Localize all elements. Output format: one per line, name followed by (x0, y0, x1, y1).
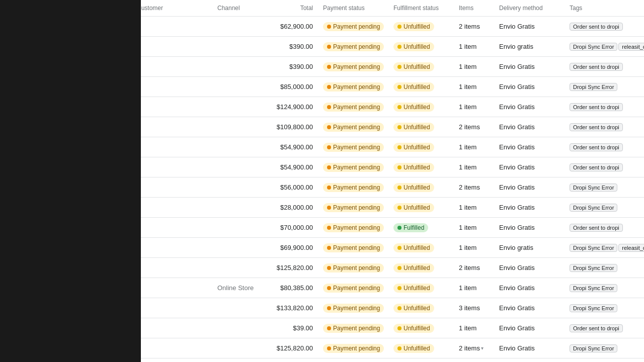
fulfillment-badge: Unfulfilled (393, 243, 434, 252)
tag[interactable]: Dropi Sync Error (570, 304, 617, 312)
tags-cell: Order sent to dropi (565, 97, 644, 117)
tags-cell: Dropi Sync Error (565, 198, 644, 218)
fulfillment-badge: Unfulfilled (393, 42, 434, 51)
tag[interactable]: Order sent to dropi (570, 103, 623, 111)
payment-badge: Payment pending (323, 143, 384, 152)
total-cell: $109,800.00 (263, 117, 318, 137)
channel-cell (212, 298, 263, 318)
items-cell: 1 item (454, 137, 494, 157)
customer-cell (132, 218, 212, 238)
tag[interactable]: releasit_cod_form (618, 43, 644, 51)
fulfillment-dot (397, 125, 401, 129)
payment-column-header[interactable]: Payment status (318, 0, 388, 17)
fulfillment-dot (397, 45, 401, 49)
total-cell: $133,820.00 (263, 298, 318, 318)
tag[interactable]: Order sent to dropi (570, 224, 623, 232)
fulfillment-status-cell: Unfulfilled (388, 37, 454, 57)
payment-dot (327, 286, 331, 290)
tag[interactable]: Dropi Sync Error (570, 43, 617, 51)
items-cell: 1 item (454, 218, 494, 238)
fulfillment-badge: Fulfilled (393, 223, 428, 232)
payment-status-cell: Payment pending (318, 258, 388, 278)
items-column-header[interactable]: Items (454, 0, 494, 17)
tag[interactable]: Dropi Sync Error (570, 83, 617, 91)
tag[interactable]: Dropi Sync Error (570, 184, 617, 192)
tag[interactable]: Dropi Sync Error (570, 344, 617, 352)
payment-status-cell: Payment pending (318, 218, 388, 238)
channel-cell (212, 358, 263, 363)
total-column-header[interactable]: Total (263, 0, 318, 17)
tag[interactable]: Order sent to dropi (570, 324, 623, 332)
channel-cell (212, 137, 263, 157)
fulfillment-status-cell: Unfulfilled (388, 298, 454, 318)
items-count: 2 items (459, 23, 480, 30)
tag[interactable]: Dropi Sync Error (570, 264, 617, 272)
items-cell: 1 item (454, 57, 494, 77)
items-cell: 1 item (454, 318, 494, 338)
fulfillment-status-cell: Unfulfilled (388, 17, 454, 37)
delivery-cell: Envio gratis (494, 37, 565, 57)
tags-column-header[interactable]: Tags (565, 0, 644, 17)
payment-dot (327, 145, 331, 149)
fulfillment-badge: Unfulfilled (393, 284, 434, 293)
payment-badge: Payment pending (323, 183, 384, 192)
tag[interactable]: Order sent to dropi (570, 23, 623, 31)
items-expand-icon[interactable]: ▾ (481, 345, 484, 351)
tag[interactable]: Dropi Sync Error (570, 284, 617, 292)
items-count: 1 item (459, 284, 476, 292)
payment-status-cell: Payment pending (318, 318, 388, 338)
delivery-cell: Envio Gratis (494, 318, 565, 338)
items-count: 1 item (459, 204, 476, 211)
tag[interactable]: Dropi Sync Error (570, 204, 617, 212)
fulfillment-badge: Unfulfilled (393, 203, 434, 212)
tag[interactable]: Order sent to dropi (570, 143, 623, 151)
items-count: 2 items (459, 264, 480, 272)
payment-dot (327, 65, 331, 69)
customer-cell (132, 57, 212, 77)
tag[interactable]: Dropi Sync Error (570, 244, 617, 252)
payment-badge: Payment pending (323, 82, 384, 92)
tags-cell: Order sent to dropi (565, 57, 644, 77)
tag[interactable]: Order sent to dropi (570, 123, 623, 131)
fulfillment-column-header[interactable]: Fulfillment status (388, 0, 454, 17)
fulfillment-dot (397, 226, 401, 230)
items-cell: 1 item (454, 278, 494, 298)
tag[interactable]: Order sent to dropi (570, 163, 623, 171)
payment-dot (327, 326, 331, 330)
tags-cell: Order sent to dropi (565, 17, 644, 37)
fulfillment-badge: Unfulfilled (393, 103, 434, 112)
payment-dot (327, 246, 331, 250)
tags-cell: Dropi Sync Error (565, 278, 644, 298)
fulfillment-dot (397, 85, 401, 89)
customer-cell (132, 77, 212, 97)
fulfillment-status-cell: Unfulfilled (388, 258, 454, 278)
delivery-cell: Envio gratis (494, 358, 565, 363)
items-cell: 2 items (454, 258, 494, 278)
channel-column-header[interactable]: Channel (212, 0, 263, 17)
delivery-column-header[interactable]: Delivery method (494, 0, 565, 17)
items-count: 1 item (459, 244, 476, 251)
fulfillment-status-cell: Unfulfilled (388, 238, 454, 258)
delivery-cell: Envio Gratis (494, 77, 565, 97)
channel-cell (212, 198, 263, 218)
delivery-cell: Envio Gratis (494, 117, 565, 137)
payment-badge: Payment pending (323, 103, 384, 112)
payment-status-cell: Payment pending (318, 358, 388, 363)
customer-cell (132, 117, 212, 137)
fulfillment-badge: Unfulfilled (393, 304, 434, 313)
tag[interactable]: releasit_cod_form (618, 244, 644, 252)
payment-badge: Payment pending (323, 22, 384, 31)
items-count: 3 items (459, 304, 480, 312)
customer-cell (132, 17, 212, 37)
tag[interactable]: Order sent to dropi (570, 63, 623, 71)
total-cell: $69,900.00 (263, 358, 318, 363)
payment-status-cell: Payment pending (318, 157, 388, 177)
total-cell: $54,900.00 (263, 137, 318, 157)
customer-cell (132, 278, 212, 298)
customer-column-header[interactable]: Customer (132, 0, 212, 17)
customer-cell (132, 258, 212, 278)
channel-cell (212, 57, 263, 77)
delivery-cell: Envio Gratis (494, 97, 565, 117)
delivery-cell: Envio Gratis (494, 137, 565, 157)
payment-dot (327, 306, 331, 310)
